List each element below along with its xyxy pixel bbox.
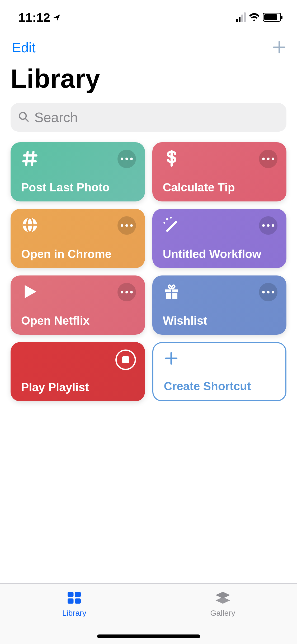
tile-label: Calculate Tip: [163, 181, 278, 194]
status-indicators: [236, 12, 281, 22]
search-input[interactable]: [34, 109, 279, 125]
more-button[interactable]: [259, 283, 277, 301]
edit-button[interactable]: Edit: [12, 40, 36, 56]
tile-label: Untitled Workflow: [163, 247, 278, 261]
svg-rect-13: [68, 599, 74, 604]
tab-label: Gallery: [210, 609, 235, 618]
page-title: Library: [0, 58, 297, 98]
home-indicator[interactable]: [97, 634, 200, 638]
hash-icon: [21, 150, 39, 168]
tab-label: Library: [62, 609, 86, 618]
tile-label: Post Last Photo: [21, 181, 136, 194]
search-bar[interactable]: [11, 103, 286, 132]
stop-button[interactable]: [115, 349, 136, 370]
grid-icon: [66, 591, 82, 605]
svg-rect-11: [68, 592, 74, 597]
play-icon: [21, 283, 39, 301]
svg-line-1: [25, 118, 28, 121]
more-button[interactable]: [259, 216, 277, 235]
tile-label: Open in Chrome: [21, 247, 136, 261]
wifi-icon: [249, 13, 260, 22]
shortcut-tile-untitled-workflow[interactable]: Untitled Workflow: [152, 209, 287, 268]
plus-icon: [164, 351, 277, 367]
more-button[interactable]: [259, 150, 277, 168]
more-button[interactable]: [117, 283, 136, 301]
battery-icon: [263, 13, 281, 22]
status-bar: 11:12: [0, 0, 297, 34]
svg-point-5: [166, 218, 168, 220]
svg-rect-10: [171, 289, 172, 299]
location-icon: [53, 10, 61, 25]
globe-icon: [21, 216, 39, 235]
create-shortcut-tile[interactable]: Create Shortcut: [152, 342, 287, 401]
svg-rect-12: [75, 592, 81, 597]
wand-icon: [163, 216, 180, 235]
tile-label: Play Playlist: [21, 381, 136, 394]
create-label: Create Shortcut: [164, 380, 277, 393]
shortcuts-grid: Post Last Photo Calculate Tip Open in Ch…: [0, 132, 297, 412]
svg-point-6: [163, 222, 165, 224]
shortcut-tile-open-netflix[interactable]: Open Netflix: [11, 275, 145, 335]
gift-icon: [163, 283, 180, 301]
dollar-icon: [163, 150, 180, 168]
shortcut-tile-calculate-tip[interactable]: Calculate Tip: [152, 142, 287, 201]
nav-bar: Edit: [0, 34, 297, 58]
signal-icon: [236, 12, 246, 22]
status-time-group: 11:12: [18, 10, 61, 25]
shortcut-tile-post-last-photo[interactable]: Post Last Photo: [11, 142, 145, 201]
tile-label: Open Netflix: [21, 314, 136, 327]
more-button[interactable]: [117, 150, 136, 168]
shortcut-tile-open-in-chrome[interactable]: Open in Chrome: [11, 209, 145, 268]
shortcut-tile-play-playlist[interactable]: Play Playlist: [11, 342, 145, 401]
more-button[interactable]: [117, 216, 136, 235]
svg-rect-14: [75, 599, 81, 604]
shortcut-tile-wishlist[interactable]: Wishlist: [152, 275, 287, 335]
stack-icon: [215, 591, 231, 605]
status-time: 11:12: [18, 10, 50, 25]
add-shortcut-button[interactable]: [272, 40, 286, 56]
tile-label: Wishlist: [163, 314, 278, 327]
svg-point-7: [170, 217, 172, 219]
search-icon: [18, 111, 30, 124]
